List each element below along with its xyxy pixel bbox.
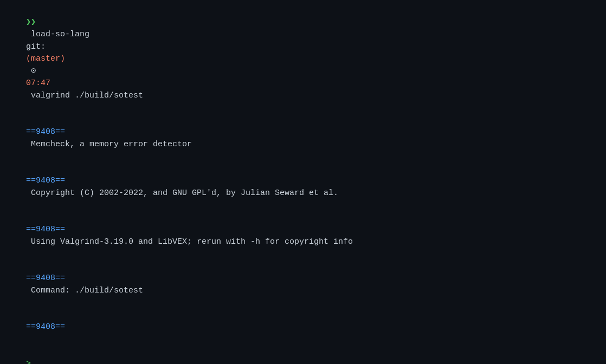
prompt-line: ❯❯ load-so-lang git: (master) ⊙ 07:47 va… bbox=[7, 4, 599, 114]
output-text: Copyright (C) 2002-2022, and GNU GPL'd, … bbox=[26, 188, 338, 198]
time-display: 07:47 bbox=[26, 79, 50, 88]
output-line: ==9408== Memcheck, a memory error detect… bbox=[7, 114, 599, 163]
output-line: ==9408== bbox=[7, 309, 599, 346]
output-line: ==9408== Command: ./build/sotest bbox=[7, 261, 599, 309]
repl-prompt-symbol: > bbox=[26, 359, 31, 365]
repl-line: > use "lib/libm.so.6" bbox=[7, 346, 599, 364]
output-line: ==9408== Using Valgrind-3.19.0 and LibVE… bbox=[7, 212, 599, 261]
valgrind-prefix: ==9408== bbox=[26, 322, 65, 332]
git-label: git: bbox=[26, 42, 46, 51]
valgrind-prefix: ==9408== bbox=[26, 225, 65, 234]
prompt-command: valgrind ./build/sotest bbox=[26, 91, 143, 100]
valgrind-prefix: ==9408== bbox=[26, 274, 65, 283]
valgrind-prefix: ==9408== bbox=[26, 127, 65, 136]
output-text: Using Valgrind-3.19.0 and LibVEX; rerun … bbox=[26, 237, 353, 246]
prompt-arrow-icon: ❯❯ bbox=[26, 18, 36, 27]
output-line: ==9408== Copyright (C) 2002-2022, and GN… bbox=[7, 163, 599, 212]
git-icon: ⊙ bbox=[26, 67, 41, 76]
output-text: Memcheck, a memory error detector bbox=[26, 140, 192, 149]
shell-name: load-so-lang bbox=[26, 30, 94, 39]
git-branch: (master) bbox=[26, 54, 65, 63]
output-text: Command: ./build/sotest bbox=[26, 286, 143, 295]
terminal: ❯❯ load-so-lang git: (master) ⊙ 07:47 va… bbox=[7, 4, 599, 364]
valgrind-prefix: ==9408== bbox=[26, 176, 65, 185]
